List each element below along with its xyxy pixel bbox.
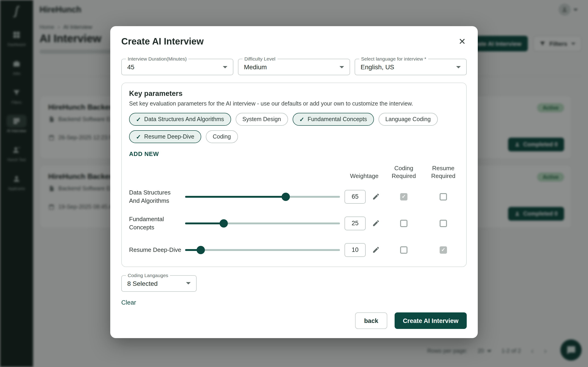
field-label: Select language for interview * [359, 56, 428, 61]
weightage-slider[interactable] [185, 223, 345, 224]
pencil-icon [372, 246, 380, 254]
create-interview-modal: Create AI Interview ✕ Interview Duration… [110, 26, 478, 338]
field-value: 8 Selected [127, 280, 186, 287]
chip-label: Data Structures And Algorithms [144, 116, 224, 123]
parameter-chips: ✓ Data Structures And Algorithms ✓ Syste… [129, 113, 459, 143]
key-parameters-description: Set key evaluation parameters for the AI… [129, 100, 459, 107]
field-value: Medium [244, 63, 339, 71]
edit-weightage-button[interactable] [367, 193, 384, 201]
difficulty-level-select[interactable]: Difficulty Level Medium [238, 59, 350, 75]
weightage-slider[interactable] [185, 196, 345, 198]
param-row-data-structures: Data Structures And Algorithms ✓ ✓ [129, 187, 459, 207]
modal-header: Create AI Interview ✕ [121, 36, 467, 47]
slider-track[interactable] [185, 249, 340, 251]
chevron-down-icon [223, 66, 227, 68]
param-row-fundamental-concepts: Fundamental Concepts ✓ ✓ [129, 213, 459, 234]
slider-track[interactable] [185, 223, 340, 224]
chip-resume-deep-dive[interactable]: ✓ Resume Deep-Dive [129, 130, 201, 143]
field-label: Coding Langauges [126, 273, 170, 278]
slider-fill [185, 223, 224, 224]
param-row-resume-deep-dive: Resume Deep-Dive ✓ ✓ [129, 240, 459, 260]
chip-label: System Design [242, 116, 281, 123]
resume-required-column-header: Resume Required [424, 165, 463, 180]
chip-coding[interactable]: ✓ Coding [206, 130, 238, 143]
key-parameters-section: Key parameters Set key evaluation parame… [121, 83, 467, 267]
key-parameters-title: Key parameters [129, 90, 459, 98]
weightage-input[interactable] [345, 217, 366, 230]
chevron-down-icon [186, 282, 191, 285]
create-ai-interview-submit-button[interactable]: Create AI Interview [395, 312, 467, 329]
app-window: ʃ Dashboard Jobs Filters [0, 0, 588, 367]
slider-track[interactable] [185, 196, 340, 198]
chip-label: Language Coding [385, 116, 431, 123]
interview-language-select[interactable]: Select language for interview * English,… [355, 59, 467, 75]
coding-required-checkbox[interactable]: ✓ [400, 246, 407, 254]
param-label: Resume Deep-Dive [129, 246, 185, 254]
add-new-button[interactable]: ADD NEW [129, 150, 159, 157]
edit-weightage-button[interactable] [367, 219, 384, 227]
chip-label: Fundamental Concepts [308, 116, 367, 123]
coding-languages-select[interactable]: Coding Langauges 8 Selected [121, 275, 197, 292]
chip-label: Coding [213, 133, 231, 140]
resume-required-checkbox[interactable]: ✓ [440, 246, 447, 254]
weightage-input[interactable] [345, 243, 366, 257]
param-label: Fundamental Concepts [129, 215, 185, 231]
coding-required-column-header: Coding Required [384, 165, 424, 180]
weightage-slider[interactable] [185, 249, 345, 251]
chip-fundamental-concepts[interactable]: ✓ Fundamental Concepts [292, 113, 374, 126]
field-label: Difficulty Level [242, 56, 277, 61]
chevron-down-icon [456, 66, 461, 68]
field-value: English, US [361, 63, 456, 71]
coding-required-checkbox[interactable]: ✓ [400, 220, 407, 227]
pencil-icon [372, 193, 380, 201]
chevron-down-icon [339, 66, 344, 68]
weightage-input[interactable] [345, 190, 366, 204]
field-value: 45 [127, 63, 223, 71]
chip-label: Resume Deep-Dive [144, 133, 194, 140]
param-label: Data Structures And Algorithms [129, 189, 185, 205]
field-label: Interview Duration(Minutes) [126, 56, 189, 61]
pencil-icon [372, 219, 380, 227]
slider-thumb[interactable] [196, 246, 205, 254]
resume-required-checkbox[interactable]: ✓ [440, 220, 447, 227]
close-button[interactable]: ✕ [458, 36, 467, 47]
check-icon: ✓ [402, 194, 406, 199]
chip-data-structures-and-algorithms[interactable]: ✓ Data Structures And Algorithms [129, 113, 231, 126]
slider-thumb[interactable] [282, 193, 290, 201]
modal-footer: back Create AI Interview [355, 312, 467, 329]
parameters-table-header: Weightage Coding Required Resume Require… [129, 165, 459, 180]
check-icon: ✓ [299, 116, 304, 123]
weightage-column-header: Weightage [345, 173, 384, 180]
clear-button[interactable]: Clear [121, 299, 136, 306]
back-button[interactable]: back [355, 312, 387, 329]
close-icon: ✕ [458, 37, 466, 46]
chip-language-coding[interactable]: ✓ Language Coding [379, 113, 438, 126]
modal-title: Create AI Interview [121, 36, 204, 47]
check-icon: ✓ [136, 116, 141, 123]
resume-required-checkbox[interactable]: ✓ [440, 193, 447, 200]
slider-thumb[interactable] [220, 219, 228, 227]
slider-fill [185, 196, 286, 198]
interview-duration-select[interactable]: Interview Duration(Minutes) 45 [121, 59, 233, 75]
edit-weightage-button[interactable] [367, 246, 384, 254]
coding-required-checkbox[interactable]: ✓ [400, 193, 407, 200]
check-icon: ✓ [136, 133, 141, 140]
check-icon: ✓ [441, 248, 445, 252]
modal-fields-row: Interview Duration(Minutes) 45 Difficult… [121, 59, 467, 75]
chip-system-design[interactable]: ✓ System Design [235, 113, 288, 126]
